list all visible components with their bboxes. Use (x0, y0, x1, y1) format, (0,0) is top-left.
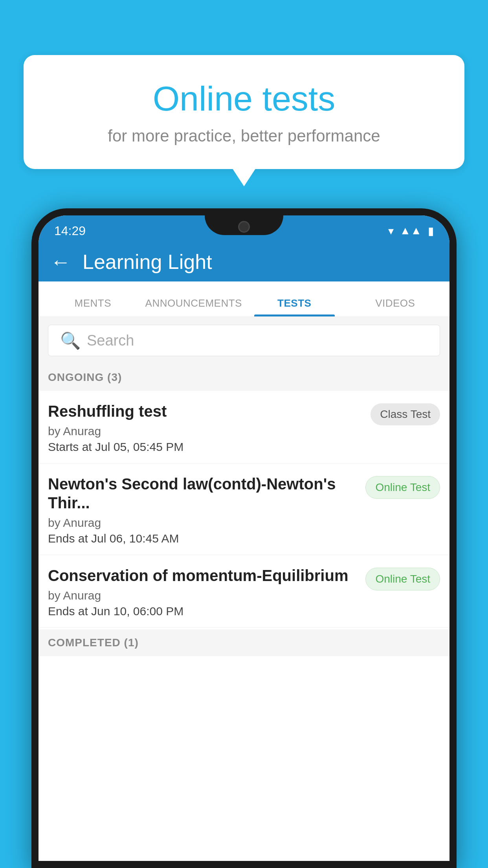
phone-inner: 14:29 ▾ ▲▲ ▮ ← Learning Light MENTS ANNO… (39, 215, 449, 861)
test-info: Reshuffling test by Anurag Starts at Jul… (48, 402, 364, 454)
test-badge: Class Test (371, 403, 440, 425)
bubble-title: Online tests (55, 79, 433, 119)
search-container: 🔍 Search (39, 317, 449, 364)
app-title: Learning Light (83, 250, 212, 274)
completed-section-title: COMPLETED (1) (48, 636, 139, 649)
speech-bubble: Online tests for more practice, better p… (24, 55, 464, 169)
search-input[interactable]: 🔍 Search (48, 325, 440, 356)
status-time: 14:29 (54, 224, 86, 238)
speech-bubble-container: Online tests for more practice, better p… (24, 55, 464, 169)
bubble-subtitle: for more practice, better performance (55, 127, 433, 145)
test-item[interactable]: Conservation of momentum-Equilibrium by … (39, 555, 449, 628)
completed-section-header: COMPLETED (1) (39, 629, 449, 656)
test-time: Starts at Jul 05, 05:45 PM (48, 440, 364, 454)
tab-announcements[interactable]: ANNOUNCEMENTS (143, 297, 244, 316)
test-info: Conservation of momentum-Equilibrium by … (48, 566, 359, 618)
test-info: Newton's Second law(contd)-Newton's Thir… (48, 474, 359, 545)
signal-icon: ▲▲ (400, 224, 422, 237)
test-badge: Online Test (365, 476, 440, 499)
search-icon: 🔍 (60, 331, 81, 350)
tab-videos[interactable]: VIDEOS (345, 297, 446, 316)
test-name: Reshuffling test (48, 402, 364, 421)
test-time: Ends at Jun 10, 06:00 PM (48, 605, 359, 618)
tab-ments[interactable]: MENTS (42, 297, 143, 316)
test-name: Conservation of momentum-Equilibrium (48, 566, 359, 585)
test-name: Newton's Second law(contd)-Newton's Thir… (48, 474, 359, 512)
test-badge: Online Test (365, 568, 440, 590)
tabs-bar: MENTS ANNOUNCEMENTS TESTS VIDEOS (39, 281, 449, 317)
ongoing-section-header: ONGOING (3) (39, 364, 449, 391)
phone-notch-camera (238, 221, 250, 233)
status-icons: ▾ ▲▲ ▮ (388, 224, 434, 237)
battery-icon: ▮ (428, 224, 434, 237)
test-time: Ends at Jul 06, 10:45 AM (48, 532, 359, 545)
ongoing-section-title: ONGOING (3) (48, 371, 122, 383)
test-author: by Anurag (48, 589, 359, 602)
test-item[interactable]: Newton's Second law(contd)-Newton's Thir… (39, 463, 449, 555)
test-list: Reshuffling test by Anurag Starts at Jul… (39, 391, 449, 628)
phone-frame: 14:29 ▾ ▲▲ ▮ ← Learning Light MENTS ANNO… (31, 208, 457, 868)
tab-tests[interactable]: TESTS (244, 297, 345, 316)
wifi-icon: ▾ (388, 224, 394, 237)
phone-notch (205, 215, 283, 235)
test-item[interactable]: Reshuffling test by Anurag Starts at Jul… (39, 391, 449, 463)
app-header: ← Learning Light (39, 242, 449, 281)
test-author: by Anurag (48, 425, 364, 438)
test-author: by Anurag (48, 516, 359, 530)
search-placeholder: Search (87, 332, 134, 349)
back-button[interactable]: ← (50, 250, 71, 274)
